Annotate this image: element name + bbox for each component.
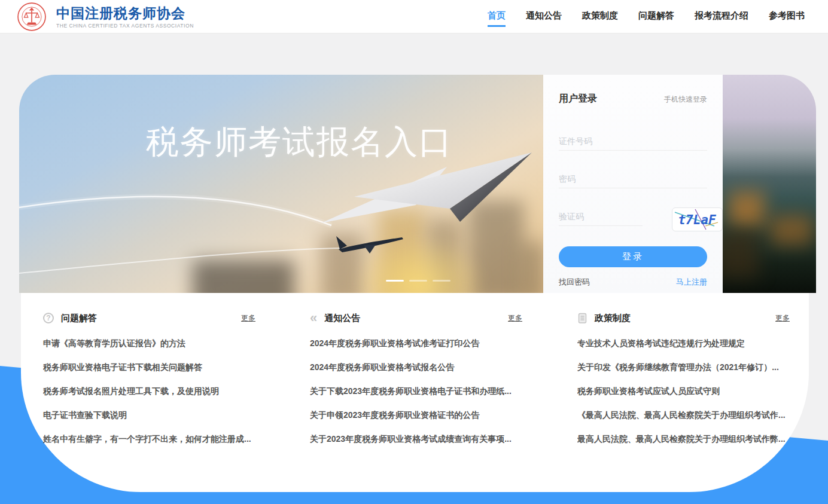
more-link-faq[interactable]: 更多 [241, 313, 255, 323]
login-panel: 用户登录 手机快速登录 t7LaF 登录 找回密码 马上注册 [543, 75, 723, 293]
list-item[interactable]: 《最高人民法院、最高人民检察院关于办理组织考试作... [577, 403, 790, 427]
list-item[interactable]: 关于印发《税务师继续教育管理办法（2021年修订）... [577, 355, 790, 379]
carousel-dot-2[interactable] [409, 280, 427, 282]
content-card: ? 问题解答 更多 申请《高等教育学历认证报告》的方法 税务师职业资格电子证书下… [21, 293, 809, 492]
captcha-text: t7LaF [678, 213, 716, 227]
carousel-dot-3[interactable] [433, 280, 450, 282]
captcha-graphic: t7LaF [672, 208, 722, 231]
nav-item-label: 政策制度 [582, 7, 618, 27]
register-link[interactable]: 马上注册 [676, 277, 707, 288]
question-circle-icon: ? [43, 313, 54, 323]
nav-item-notices[interactable]: 通知公告 [526, 0, 562, 33]
list-item[interactable]: 申请《高等教育学历认证报告》的方法 [43, 331, 255, 355]
list-item[interactable]: 最高人民法院、最高人民检察院关于办理组织考试作弊... [577, 427, 790, 451]
association-seal-icon [17, 2, 47, 32]
login-title: 用户登录 [559, 93, 597, 105]
section-notices: « 通知公告 更多 2024年度税务师职业资格考试准考证打印公告 2024年度税… [310, 311, 522, 451]
faq-list: 申请《高等教育学历认证报告》的方法 税务师职业资格电子证书下载相关问题解答 税务… [43, 331, 255, 451]
login-button[interactable]: 登录 [559, 246, 707, 267]
list-item[interactable]: 税务师职业资格电子证书下载相关问题解答 [43, 355, 255, 379]
list-item[interactable]: 关于2023年度税务师职业资格考试成绩查询有关事项... [310, 427, 522, 451]
list-item[interactable]: 税务师考试报名照片处理工具下载，及使用说明 [43, 379, 255, 403]
foliage-blob [771, 215, 812, 245]
nav-item-label: 参考图书 [769, 7, 805, 27]
notices-list: 2024年度税务师职业资格考试准考证打印公告 2024年度税务师职业资格考试报名… [310, 331, 522, 451]
captcha-input[interactable] [559, 207, 643, 226]
airplane-icon [335, 225, 407, 256]
section-title: 政策制度 [595, 313, 631, 324]
foliage-blob [729, 191, 765, 227]
list-item[interactable]: 2024年度税务师职业资格考试准考证打印公告 [310, 331, 522, 355]
section-policies: 政策制度 更多 专业技术人员资格考试违纪违规行为处理规定 关于印发《税务师继续教… [577, 311, 790, 451]
list-item[interactable]: 关于下载2023年度税务师职业资格电子证书和办理纸... [310, 379, 522, 403]
section-faq: ? 问题解答 更多 申请《高等教育学历认证报告》的方法 税务师职业资格电子证书下… [43, 311, 255, 451]
nav-item-faq[interactable]: 问题解答 [638, 0, 674, 33]
forgot-password-link[interactable]: 找回密码 [559, 277, 590, 288]
nav-item-policies[interactable]: 政策制度 [582, 0, 618, 33]
more-link-notices[interactable]: 更多 [508, 313, 522, 323]
brand-logo: 中国注册税务师协会 THE CHINA CERTIFIED TAX AGENTS… [17, 2, 194, 32]
foliage-blob [723, 230, 759, 278]
list-item[interactable]: 关于申领2023年度税务师职业资格证书的公告 [310, 403, 522, 427]
brand-text: 中国注册税务师协会 THE CHINA CERTIFIED TAX AGENTS… [56, 5, 194, 29]
brand-subtitle: THE CHINA CERTIFIED TAX AGENTS ASSOCIATI… [56, 23, 194, 29]
document-icon [577, 313, 587, 324]
site-header: 中国注册税务师协会 THE CHINA CERTIFIED TAX AGENTS… [0, 0, 828, 33]
hero-banner-image: 税务师考试报名入口 [19, 75, 543, 293]
page: 中国注册税务师协会 THE CHINA CERTIFIED TAX AGENTS… [0, 0, 828, 504]
section-title: 通知公告 [324, 313, 360, 324]
list-item[interactable]: 电子证书查验下载说明 [43, 403, 255, 427]
captcha-image[interactable]: t7LaF [672, 207, 723, 231]
nav-item-label: 问题解答 [638, 7, 674, 27]
nav-item-label: 通知公告 [526, 7, 562, 27]
main-nav: 首页 通知公告 政策制度 问题解答 报考流程介绍 参考图书 [488, 0, 805, 33]
list-item[interactable]: 2024年度税务师职业资格考试报名公告 [310, 355, 522, 379]
nav-item-process[interactable]: 报考流程介绍 [695, 0, 748, 33]
nav-item-books[interactable]: 参考图书 [769, 0, 805, 33]
nav-item-label: 首页 [488, 7, 506, 27]
more-link-policies[interactable]: 更多 [775, 313, 790, 323]
id-number-input[interactable] [559, 132, 707, 151]
list-item[interactable]: 专业技术人员资格考试违纪违规行为处理规定 [577, 331, 790, 355]
section-title: 问题解答 [61, 313, 97, 324]
nav-item-label: 报考流程介绍 [695, 7, 748, 27]
next-slide-preview [723, 75, 816, 293]
quick-login-link[interactable]: 手机快速登录 [664, 94, 707, 105]
hero-carousel: 税务师考试报名入口 用户登录 手机快速登录 t7LaF [19, 75, 816, 293]
hero-title: 税务师考试报名入口 [146, 120, 453, 164]
list-item[interactable]: 姓名中有生僻字，有一个字打不出来，如何才能注册成... [43, 427, 255, 451]
password-input[interactable] [559, 169, 707, 188]
brand-title: 中国注册税务师协会 [56, 5, 194, 21]
list-item[interactable]: 税务师职业资格考试应试人员应试守则 [577, 379, 790, 403]
double-angle-icon: « [310, 313, 317, 323]
carousel-indicators [386, 280, 450, 282]
nav-item-home[interactable]: 首页 [488, 0, 506, 33]
policies-list: 专业技术人员资格考试违纪违规行为处理规定 关于印发《税务师继续教育管理办法（20… [577, 331, 790, 451]
carousel-dot-1[interactable] [386, 280, 404, 282]
